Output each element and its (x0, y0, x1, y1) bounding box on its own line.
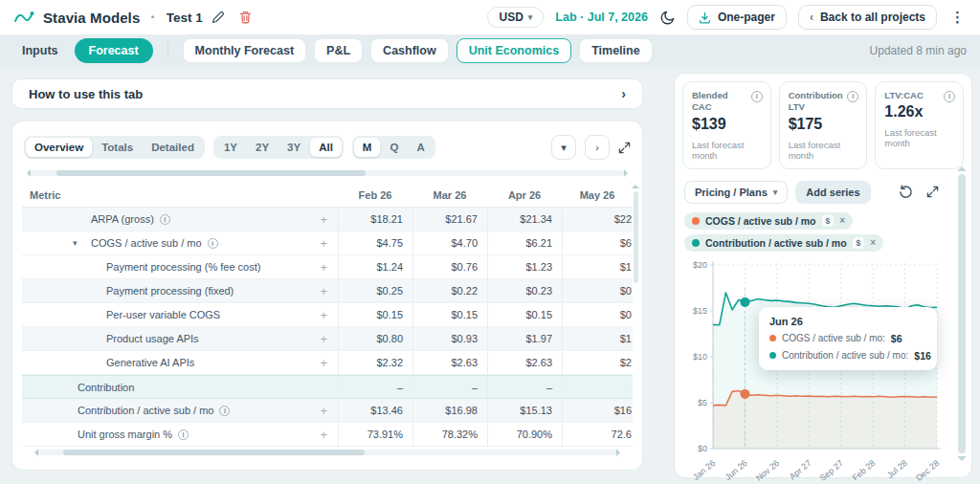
add-assumption-icon[interactable]: + (320, 212, 327, 227)
table-row[interactable]: ▾ COGS / active sub / mo i + $4.75 $4.70… (22, 231, 633, 255)
next-button[interactable]: › (585, 135, 610, 160)
series-chip[interactable]: COGS / active sub / mo$× (684, 212, 853, 230)
subtab-pnl[interactable]: P&L (314, 38, 363, 63)
more-options-icon[interactable]: ⋮ (948, 9, 967, 26)
table-row[interactable]: Payment processing (% fee cost) + $1.24 … (22, 255, 633, 279)
add-assumption-icon[interactable]: + (320, 332, 327, 346)
line-chart[interactable]: Jan 26Jun 26Nov 26Apr 27Sep 27Feb 28Jul … (684, 257, 948, 484)
scroll-up-icon[interactable] (957, 162, 967, 171)
view-totals[interactable]: Totals (93, 138, 142, 157)
add-assumption-icon[interactable]: + (320, 428, 327, 442)
metric-label-cell: Payment processing (fixed) + (22, 279, 338, 302)
back-to-projects-button[interactable]: ‹ Back to all projects (798, 5, 937, 30)
metric-value: $1.97 (487, 327, 562, 350)
delete-project-icon[interactable] (239, 11, 252, 24)
range-3y[interactable]: 3Y (278, 138, 309, 157)
tab-divider (167, 42, 168, 59)
subtab-cashflow[interactable]: Cashflow (370, 38, 449, 63)
expand-table-icon[interactable] (618, 142, 631, 154)
granularity-monthly[interactable]: M (354, 138, 381, 157)
add-assumption-icon[interactable]: + (320, 404, 327, 418)
info-icon[interactable]: i (751, 91, 763, 102)
series-chips: COGS / active sub / mo$×Contribution / a… (684, 212, 962, 252)
tab-inputs[interactable]: Inputs (13, 44, 67, 57)
add-assumption-icon[interactable]: + (320, 356, 327, 370)
metric-value: 70.90% (487, 423, 562, 446)
one-pager-button[interactable]: One-pager (687, 5, 787, 30)
vertical-scrollbar-table[interactable] (633, 181, 638, 283)
view-detailed[interactable]: Detailed (143, 138, 203, 157)
reset-chart-icon[interactable] (899, 185, 913, 199)
currency-dropdown[interactable]: USD ▾ (487, 7, 544, 28)
table-row[interactable]: Generative AI APIs + $2.32 $2.63 $2.63 $… (22, 351, 633, 375)
metric-label-cell: Generative AI APIs + (22, 351, 338, 374)
series-dot (769, 352, 776, 359)
add-assumption-icon[interactable]: + (320, 308, 327, 322)
scroll-left-icon[interactable] (31, 449, 38, 456)
remove-series-icon[interactable]: × (870, 237, 876, 248)
remove-series-icon[interactable]: × (839, 215, 845, 226)
edit-project-icon[interactable] (212, 11, 225, 24)
info-icon[interactable]: i (178, 429, 189, 440)
info-icon[interactable]: i (160, 214, 170, 225)
metric-label: Generative AI APIs (106, 357, 194, 368)
metric-value: $16.98 (412, 399, 487, 422)
how-to-use-bar[interactable]: How to use this tab › (11, 78, 643, 109)
range-all[interactable]: All (310, 138, 342, 157)
subtab-monthly-forecast[interactable]: Monthly Forecast (183, 38, 307, 63)
add-series-button[interactable]: Add series (795, 181, 870, 204)
table-row[interactable]: Product usage APIs + $0.80 $0.93 $1.97 $… (22, 327, 633, 351)
metric-value: $22 (562, 208, 633, 231)
tab-forecast[interactable]: Forecast (75, 38, 153, 63)
series-dot (769, 335, 776, 341)
granularity-annual[interactable]: A (408, 138, 433, 157)
scrollbar-thumb[interactable] (56, 170, 366, 176)
scrollbar-thumb[interactable] (958, 174, 966, 453)
range-segment: 1Y 2Y 3Y All (213, 136, 344, 159)
collapse-button[interactable]: ▾ (551, 135, 576, 160)
kpi-contribution-ltv: Contribution LTV i $175 Last forecast mo… (779, 81, 868, 169)
scroll-down-icon[interactable] (957, 456, 967, 466)
tooltip-label: Contribution / active sub / mo: (782, 350, 908, 361)
table-row[interactable]: Unit gross margin % i + 73.91% 78.32% 70… (22, 423, 633, 447)
range-1y[interactable]: 1Y (215, 138, 246, 157)
horizontal-scrollbar-bottom[interactable] (37, 450, 617, 455)
metric-value: $1 (562, 327, 633, 350)
table-row[interactable]: Contribution / active sub / mo i + $13.4… (22, 399, 633, 423)
info-icon[interactable]: i (847, 91, 858, 102)
horizontal-scrollbar-top[interactable] (30, 170, 625, 176)
scrollbar-thumb[interactable] (634, 191, 638, 283)
caret-down-icon[interactable]: ▾ (73, 238, 88, 248)
view-overview[interactable]: Overview (26, 138, 92, 157)
table-row[interactable]: Per-user variable COGS + $0.15 $0.15 $0.… (22, 303, 633, 327)
tooltip-row: COGS / active sub / mo: $6 (769, 333, 926, 344)
table-row[interactable]: Contribution – – – (22, 375, 633, 399)
series-chip[interactable]: Contribution / active sub / mo$× (684, 234, 883, 252)
table-row[interactable]: ARPA (gross) i + $18.21 $21.67 $21.34 $2… (22, 208, 633, 231)
scroll-right-icon[interactable] (616, 449, 624, 456)
info-icon[interactable]: i (944, 91, 955, 102)
unit-economics-chart[interactable]: Jan 26Jun 26Nov 26Apr 27Sep 27Feb 28Jul … (684, 257, 948, 484)
scroll-up-icon[interactable] (632, 181, 639, 188)
granularity-quarterly[interactable]: Q (381, 138, 407, 157)
subtab-unit-economics[interactable]: Unit Economics (457, 38, 571, 63)
info-icon[interactable]: i (208, 238, 218, 249)
lab-date-label[interactable]: Lab · Jul 7, 2026 (555, 11, 648, 24)
info-icon[interactable]: i (219, 406, 230, 416)
metric-label: Contribution / active sub / mo (78, 405, 213, 416)
scrollbar-thumb[interactable] (63, 450, 365, 455)
table-row[interactable]: Payment processing (fixed) + $0.25 $0.22… (22, 279, 633, 303)
subtab-timeline[interactable]: Timeline (579, 38, 652, 63)
range-2y[interactable]: 2Y (247, 138, 278, 157)
add-assumption-icon[interactable]: + (320, 284, 327, 298)
add-assumption-icon[interactable]: + (320, 236, 327, 251)
dataset-dropdown[interactable]: Pricing / Plans ▾ (684, 181, 788, 204)
expand-chart-icon[interactable] (926, 186, 939, 198)
scroll-right-icon[interactable] (624, 169, 632, 177)
scroll-left-icon[interactable] (23, 169, 31, 177)
dark-mode-moon-icon[interactable] (659, 10, 676, 26)
vertical-scrollbar-panel[interactable] (957, 162, 967, 466)
app-logo-icon (13, 9, 34, 26)
add-assumption-icon[interactable]: + (320, 260, 327, 275)
metric-value: 78.32% (412, 423, 487, 446)
